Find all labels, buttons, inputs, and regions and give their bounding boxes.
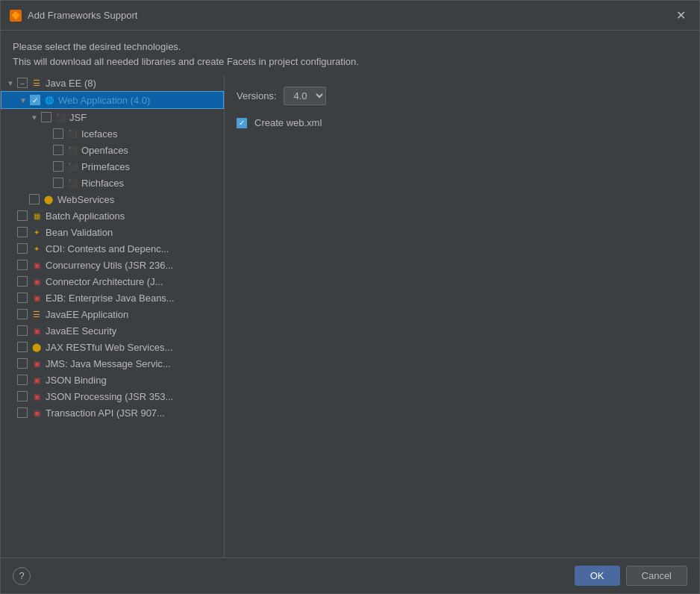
expand-webapp: ▼ [19,96,30,104]
description-line1: Please select the desired technologies. [13,40,687,54]
checkbox-create-xml[interactable]: ✓ [237,118,247,128]
tree-item-cdi[interactable]: ✦ CDI: Contexts and Depenc... [1,240,224,257]
checkbox-jsf[interactable] [41,112,51,122]
icon-icefaces: ⬛ [66,128,78,140]
checkbox-javaeeapp[interactable] [17,309,28,319]
tree-item-openfaces[interactable]: ⬛ Openfaces [1,142,224,158]
cancel-button[interactable]: Cancel [626,566,687,586]
tree-item-icefaces[interactable]: ⬛ Icefaces [1,125,224,142]
tree-item-jsf[interactable]: ▼ ⬛ JSF [1,109,224,125]
tree-item-javaee[interactable]: ▼ – ☰ Java EE (8) [1,75,224,91]
versions-row: Versions: 4.0 3.1 3.0 2.5 [237,87,687,105]
checkbox-primefaces[interactable] [53,161,63,172]
tree-item-primefaces[interactable]: ⬛ Primefaces [1,158,224,175]
label-javaeeapp: JavaEE Application [46,309,128,320]
label-concurrency: Concurrency Utils (JSR 236... [46,260,173,271]
icon-cdi: ✦ [31,243,43,254]
tree-item-webapp[interactable]: ▼ ✓ 🌐 Web Application (4.0) [1,91,224,109]
label-jaxrest: JAX RESTful Web Services... [46,342,172,353]
close-button[interactable]: ✕ [672,7,690,24]
tree-item-jsonbinding[interactable]: ▣ JSON Binding [1,372,224,388]
tree-item-connector[interactable]: ▣ Connector Architecture (J... [1,273,224,290]
label-webservices: WebServices [57,194,114,205]
help-button[interactable]: ? [13,567,31,585]
icon-jms: ▣ [31,357,43,369]
tree-item-richfaces[interactable]: ⬛ Richfaces [1,175,224,191]
tree-item-jms[interactable]: ▣ JMS: Java Message Servic... [1,355,224,372]
label-jsf: JSF [69,112,87,123]
label-connector: Connector Architecture (J... [46,276,163,287]
label-primefaces: Primefaces [81,161,130,172]
version-select[interactable]: 4.0 3.1 3.0 2.5 [284,87,326,105]
label-javaeesecu: JavaEE Security [46,325,116,337]
checkbox-openfaces[interactable] [53,145,63,155]
framework-tree: ▼ – ☰ Java EE (8) ▼ ✓ 🌐 Web Application … [1,75,225,557]
icon-webapp: 🌐 [43,94,55,106]
checkbox-beanvalidation[interactable] [17,227,28,237]
icon-webservices: ⬤ [43,193,54,205]
label-webapp: Web Application (4.0) [58,95,150,106]
title-bar-left: 🔶 Add Frameworks Support [10,10,137,22]
checkbox-icefaces[interactable] [53,128,63,139]
tree-item-jsonprocessing[interactable]: ▣ JSON Processing (JSR 353... [1,388,224,404]
checkbox-jsonbinding[interactable] [17,375,28,385]
dialog-footer: ? OK Cancel [1,557,699,593]
checkbox-cdi[interactable] [17,243,28,254]
icon-javaeeapp: ☰ [31,308,43,320]
checkbox-javaee[interactable]: – [17,78,28,88]
icon-javaee: ☰ [31,77,43,89]
icon-ejb: ▣ [31,292,43,304]
icon-connector: ▣ [31,275,43,287]
label-ejb: EJB: Enterprise Java Beans... [46,293,175,304]
tree-item-javaeeapp[interactable]: ☰ JavaEE Application [1,306,224,322]
expand-jsf: ▼ [31,113,41,122]
tree-item-transaction[interactable]: ▣ Transaction API (JSR 907... [1,404,224,421]
label-jsonprocessing: JSON Processing (JSR 353... [46,391,173,402]
checkbox-jaxrest[interactable] [17,342,28,352]
icon-openfaces: ⬛ [66,144,78,156]
checkbox-jsonprocessing[interactable] [17,391,28,401]
icon-jsf: ⬛ [54,111,66,123]
label-beanvalidation: Bean Validation [46,227,113,238]
add-frameworks-dialog: 🔶 Add Frameworks Support ✕ Please select… [0,0,700,594]
versions-label: Versions: [237,90,276,101]
checkbox-webapp[interactable]: ✓ [30,95,40,105]
label-richfaces: Richfaces [81,178,124,189]
icon-jsonbinding: ▣ [31,374,43,386]
checkbox-transaction[interactable] [17,407,28,418]
checkbox-batch[interactable] [17,210,28,221]
label-icefaces: Icefaces [81,128,117,140]
label-transaction: Transaction API (JSR 907... [46,407,165,419]
ok-button[interactable]: OK [575,566,620,586]
label-jms: JMS: Java Message Servic... [46,358,171,369]
icon-jaxrest: ⬤ [31,341,43,353]
icon-beanvalidation: ✦ [31,226,43,238]
tree-item-jaxrest[interactable]: ⬤ JAX RESTful Web Services... [1,339,224,355]
icon-primefaces: ⬛ [66,160,78,172]
label-batch: Batch Applications [46,210,125,222]
tree-item-concurrency[interactable]: ▣ Concurrency Utils (JSR 236... [1,257,224,273]
icon-richfaces: ⬛ [66,177,78,189]
right-panel: Versions: 4.0 3.1 3.0 2.5 ✓ Create web.x… [225,75,699,557]
create-xml-label: Create web.xml [254,117,322,128]
dialog-icon: 🔶 [10,10,22,22]
expand-javaee: ▼ [7,79,17,87]
tree-item-beanvalidation[interactable]: ✦ Bean Validation [1,224,224,240]
checkbox-webservices[interactable] [29,194,40,204]
create-xml-row[interactable]: ✓ Create web.xml [237,117,687,128]
footer-buttons: OK Cancel [575,566,687,586]
icon-jsonprocessing: ▣ [31,390,43,402]
checkbox-javaeesecu[interactable] [17,325,28,336]
checkbox-jms[interactable] [17,358,28,369]
tree-item-ejb[interactable]: ▣ EJB: Enterprise Java Beans... [1,290,224,306]
checkbox-connector[interactable] [17,276,28,287]
tree-item-batch[interactable]: ▦ Batch Applications [1,207,224,224]
main-content: ▼ – ☰ Java EE (8) ▼ ✓ 🌐 Web Application … [1,75,699,557]
tree-item-javaeesecu[interactable]: ▣ JavaEE Security [1,322,224,339]
label-cdi: CDI: Contexts and Depenc... [46,243,169,254]
title-bar: 🔶 Add Frameworks Support ✕ [1,1,699,31]
checkbox-ejb[interactable] [17,293,28,303]
checkbox-concurrency[interactable] [17,260,28,270]
checkbox-richfaces[interactable] [53,178,63,188]
tree-item-webservices[interactable]: ⬤ WebServices [1,191,224,207]
